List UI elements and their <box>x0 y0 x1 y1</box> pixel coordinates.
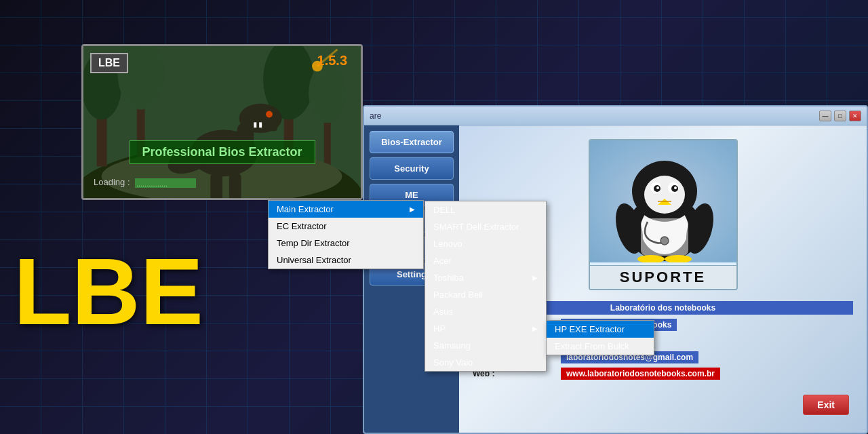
window-controls: — □ ✕ <box>819 111 861 121</box>
submenu-main-extractor: DELL SMART Dell Extractor Lenovo Acer To… <box>425 201 547 372</box>
svg-rect-20 <box>229 173 241 199</box>
sidebar-item-security[interactable]: Security <box>370 157 454 180</box>
menu-item-hp-bulck[interactable]: Extract From Bulck <box>547 338 654 355</box>
menu-item-temp-dir-extractor[interactable]: Temp Dir Extractor <box>269 235 423 252</box>
menu-item-asus[interactable]: Asus <box>425 303 546 320</box>
lbe-logo-large: LBE <box>14 244 203 339</box>
menu-item-sony-vaio[interactable]: Sony Vaio <box>425 354 546 371</box>
submenu-hp: HP EXE Extractor Extract From Bulck <box>546 320 654 355</box>
svg-point-36 <box>674 186 677 189</box>
svg-point-15 <box>266 111 273 118</box>
web-value: www.laboratoriodosnotebooks.com.br <box>561 368 720 380</box>
sidebar-item-bios-extractor[interactable]: Bios-Extractor <box>370 131 454 153</box>
svg-rect-19 <box>210 173 222 199</box>
menu-item-ec-extractor[interactable]: EC Extractor <box>269 218 423 235</box>
menu-item-acer[interactable]: Acer <box>425 252 546 269</box>
menu-item-universal-extractor[interactable]: Universal Extractor <box>269 252 423 269</box>
splash-title: Professional Bios Extractor <box>129 140 315 164</box>
svg-rect-14 <box>247 123 277 131</box>
menu-item-hp-exe[interactable]: HP EXE Extractor <box>547 321 654 338</box>
window-title: are <box>370 111 819 121</box>
svg-point-30 <box>644 176 685 214</box>
toshiba-arrow: ▶ <box>532 274 538 281</box>
svg-point-35 <box>656 186 659 189</box>
menu-item-dell[interactable]: DELL <box>425 201 546 218</box>
menu-item-samsung[interactable]: Samsung <box>425 337 546 354</box>
svg-rect-17 <box>259 122 262 127</box>
suporte-label: SUPORTE <box>590 265 736 289</box>
svg-point-9 <box>309 63 346 123</box>
loading-bar: ............... <box>135 178 196 188</box>
exit-button[interactable]: Exit <box>803 395 849 415</box>
submenu-arrow: ▶ <box>410 205 415 213</box>
penguin-svg: SUPORTE <box>590 140 738 262</box>
maximize-button[interactable]: □ <box>834 111 846 121</box>
menu-item-smart-dell[interactable]: SMART Dell Extractor <box>425 218 546 235</box>
menu-item-lenovo[interactable]: Lenovo <box>425 235 546 252</box>
splash-version: 1.5.3 <box>317 53 347 68</box>
svg-rect-16 <box>254 122 256 127</box>
close-button[interactable]: ✕ <box>849 111 861 121</box>
menu-item-toshiba[interactable]: Toshiba ▶ <box>425 269 546 286</box>
menu-item-hp[interactable]: HP ▶ HP EXE Extractor Extract From Bulck <box>425 320 546 337</box>
splash-lbe-badge: LBE <box>90 53 128 73</box>
splash-window: LBE 1.5.3 Professional Bios Extractor Lo… <box>81 44 363 200</box>
splash-loading: Loading : ............... <box>94 177 196 188</box>
menu-item-packard-bell[interactable]: Packard Bell <box>425 286 546 303</box>
menu-item-main-extractor[interactable]: Main Extractor ▶ DELL SMART Dell Extract… <box>269 201 423 218</box>
suporte-image-box: SUPORTE SUPORTE <box>589 139 738 290</box>
context-menu: Main Extractor ▶ DELL SMART Dell Extract… <box>268 200 424 269</box>
minimize-button[interactable]: — <box>819 111 831 121</box>
window-titlebar: are — □ ✕ <box>364 106 867 125</box>
svg-point-42 <box>660 237 669 245</box>
hp-arrow: ▶ <box>532 325 538 332</box>
